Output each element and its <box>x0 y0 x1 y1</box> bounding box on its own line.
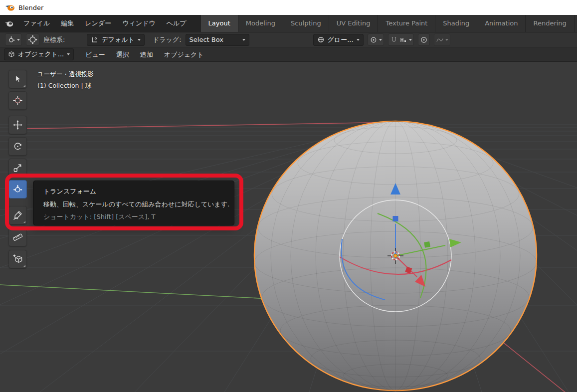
menu-window[interactable]: ウィンドウ <box>117 15 161 32</box>
coord-system-label: 座標系: <box>43 35 65 44</box>
object-mode-cube-icon <box>8 51 15 58</box>
window-titlebar: Blender <box>0 0 577 15</box>
drag-mode-value: Select Box <box>190 36 223 43</box>
chevron-down-icon <box>242 39 245 41</box>
menu-add[interactable]: 追加 <box>136 47 158 62</box>
viewport-toolbar <box>8 70 27 268</box>
orientation-axes-icon <box>91 36 98 43</box>
tool-tooltip: トランスフォーム 移動、回転、スケールのすべての組み合わせに対応しています. シ… <box>33 181 234 225</box>
chevron-down-icon <box>357 39 360 41</box>
rotate-icon <box>12 141 23 152</box>
tool-annotate[interactable] <box>8 206 27 224</box>
globe-icon <box>317 36 325 43</box>
proportional-edit-toggle[interactable] <box>418 33 430 46</box>
menu-render[interactable]: レンダー <box>79 15 117 32</box>
proportional-circle-icon <box>420 36 428 44</box>
tab-compositing[interactable]: Compositing <box>575 15 577 32</box>
pivot-orientation-dropdown[interactable]: グロー... <box>313 34 364 46</box>
scale-icon <box>12 163 23 173</box>
view-projection-label: ユーザー・透視投影 <box>37 68 94 80</box>
tooltip-description: 移動、回転、スケールのすべての組み合わせに対応しています. <box>43 200 224 209</box>
tab-shading[interactable]: Shading <box>435 15 477 32</box>
drag-label: ドラッグ: <box>153 35 182 44</box>
drag-mode-dropdown[interactable]: Select Box <box>186 34 249 46</box>
tool-select-box[interactable] <box>8 70 27 88</box>
cursor-icon <box>12 95 23 106</box>
tool-cursor[interactable] <box>8 91 27 110</box>
viewport-scene <box>0 62 577 392</box>
blender-logo-icon <box>5 3 15 11</box>
tool-transform[interactable] <box>8 180 27 198</box>
chevron-down-icon <box>445 39 448 41</box>
gizmo-y-scale-handle <box>424 241 430 248</box>
tab-sculpting[interactable]: Sculpting <box>283 15 329 32</box>
snap-increment-icon <box>399 36 407 44</box>
top-menubar: ファイル 編集 レンダー ウィンドウ ヘルプ Layout Modeling S… <box>0 15 577 32</box>
workspace-tabs: Layout Modeling Sculpting UV Editing Tex… <box>201 15 577 32</box>
active-collection-label: (1) Collection | 球 <box>37 80 94 91</box>
window-title: Blender <box>18 4 43 11</box>
snap-controls[interactable] <box>388 33 414 46</box>
orientation-value: デフォルト <box>101 35 135 44</box>
tool-move[interactable] <box>8 116 27 134</box>
orientation-dropdown[interactable]: デフォルト <box>87 34 145 46</box>
blender-menu-button[interactable] <box>4 20 13 27</box>
chevron-down-icon <box>138 39 141 41</box>
measure-icon <box>12 232 23 242</box>
object-origin-dot <box>394 254 397 258</box>
tool-scale[interactable] <box>8 159 27 177</box>
tab-layout[interactable]: Layout <box>201 15 238 32</box>
tool-settings-bar: 座標系: デフォルト ドラッグ: Select Box グロー... <box>0 32 577 47</box>
tooltip-shortcut: ショートカット: [Shift] [スペース], T <box>43 212 224 221</box>
menu-edit[interactable]: 編集 <box>55 15 79 32</box>
tool-measure[interactable] <box>8 228 27 246</box>
gizmo-z-scale-handle <box>393 216 398 221</box>
active-tool-icon <box>7 35 15 44</box>
3d-viewport[interactable]: ユーザー・透視投影 (1) Collection | 球 <box>0 62 577 392</box>
pivot-point-dropdown[interactable] <box>368 33 384 46</box>
viewport-header: オブジェクト... ビュー 選択 追加 オブジェクト <box>0 47 577 62</box>
tab-modeling[interactable]: Modeling <box>238 15 283 32</box>
tab-uv-editing[interactable]: UV Editing <box>329 15 378 32</box>
magnet-icon <box>390 36 398 44</box>
gizmo-icon <box>28 35 37 44</box>
menu-help[interactable]: ヘルプ <box>161 15 192 32</box>
mode-dropdown[interactable]: オブジェクト... <box>4 48 74 60</box>
tab-rendering[interactable]: Rendering <box>526 15 574 32</box>
transform-icon <box>12 184 23 195</box>
blender-logo-gray-icon <box>4 20 13 27</box>
menu-view[interactable]: ビュー <box>81 47 110 62</box>
pivot-value: グロー... <box>328 35 354 44</box>
move-icon <box>12 120 23 130</box>
viewport-overlay-text: ユーザー・透視投影 (1) Collection | 球 <box>37 68 94 91</box>
add-cube-icon <box>12 254 23 264</box>
chevron-down-icon <box>17 39 20 41</box>
chevron-down-icon <box>67 53 70 55</box>
falloff-curve-icon <box>436 36 444 44</box>
mode-value: オブジェクト... <box>18 50 64 59</box>
tool-rotate[interactable] <box>8 137 27 156</box>
proportional-falloff-dropdown[interactable] <box>434 33 450 46</box>
annotate-icon <box>12 210 23 220</box>
active-tool-dropdown[interactable] <box>5 33 22 46</box>
menu-object[interactable]: オブジェクト <box>160 47 208 62</box>
gizmo-settings-button[interactable] <box>26 33 39 46</box>
select-box-icon <box>12 74 23 84</box>
chevron-down-icon <box>379 39 382 41</box>
menu-select[interactable]: 選択 <box>112 47 134 62</box>
tab-texture-paint[interactable]: Texture Paint <box>378 15 435 32</box>
tab-animation[interactable]: Animation <box>477 15 525 32</box>
tooltip-title: トランスフォーム <box>43 187 224 196</box>
tool-add-cube[interactable] <box>8 250 27 268</box>
chevron-down-icon <box>409 39 412 41</box>
menu-file[interactable]: ファイル <box>18 15 55 32</box>
pivot-point-icon <box>370 36 378 44</box>
